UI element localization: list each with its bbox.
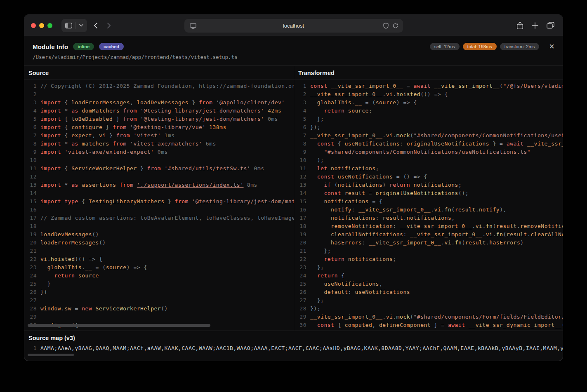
line-number: 1: [297, 82, 306, 90]
code-line: 17// Zammad custom assertions: toBeAvata…: [27, 214, 294, 222]
code-line: 14 const result = originalUseNotificatio…: [297, 189, 563, 197]
sourcemap-scrollbar[interactable]: [28, 354, 74, 356]
line-number: 19: [297, 230, 306, 239]
chevron-down-icon[interactable]: [79, 24, 83, 27]
code-line: 2__vite_ssr_import_0__.vi.hoisted(() => …: [297, 90, 563, 99]
sourcemap-line-number: 1: [27, 344, 37, 352]
code-line: 5import { toBeDisabled } from '@testing-…: [27, 115, 294, 123]
line-number: 12: [297, 173, 306, 181]
line-number: 4: [27, 107, 37, 115]
sourcemap-section: Source map (v3) 1 AAMA;AAeA,yBAAG,QAAQ,M…: [24, 331, 563, 358]
zoom-window-button[interactable]: [47, 23, 52, 28]
sourcemap-title: Source map (v3): [28, 335, 563, 344]
code-line: 27 };: [297, 296, 563, 305]
line-number: 2: [297, 90, 306, 99]
new-tab-icon[interactable]: [532, 22, 538, 29]
transform-time-badge: transform: 2ms: [500, 43, 539, 50]
line-number: 28: [297, 305, 306, 313]
line-number: 5: [297, 115, 306, 123]
code-line: 17 notifications: result.notifications,: [297, 214, 563, 222]
code-line: 26 default: useNotifications: [297, 288, 563, 296]
back-button[interactable]: [94, 22, 98, 29]
line-number: 18: [297, 222, 306, 230]
line-number: 21: [27, 247, 37, 255]
code-line: 1// Copyright (C) 2012-2025 Zammad Found…: [27, 82, 294, 90]
code-line: 18: [27, 222, 294, 230]
line-number: 2: [27, 90, 37, 99]
close-icon[interactable]: ×: [549, 43, 554, 50]
line-number: 22: [27, 255, 37, 263]
code-line: 20loadErrorMessages(): [27, 239, 294, 247]
line-number: 13: [27, 181, 37, 189]
sidebar-control[interactable]: [61, 19, 87, 32]
line-number: 7: [297, 131, 306, 140]
code-line: 1const __vite_ssr_import_0__ = await __v…: [297, 82, 563, 90]
code-line: 23 };: [297, 263, 563, 272]
line-number: 11: [297, 164, 306, 173]
code-line: 26}): [27, 288, 294, 296]
line-number: 27: [27, 296, 37, 305]
line-number: 23: [27, 263, 37, 272]
module-info-header: Module Info inline cached self: 12ms tot…: [24, 36, 563, 66]
sidebar-icon[interactable]: [65, 23, 72, 28]
total-time-badge: total: 193ms: [463, 43, 497, 50]
line-number: 19: [27, 230, 37, 239]
tab-overview-icon[interactable]: [547, 22, 554, 29]
segment-divider: [75, 22, 76, 29]
forward-button[interactable]: [107, 22, 111, 29]
line-number: 16: [297, 206, 306, 214]
line-number: 20: [297, 239, 306, 247]
sourcemap-mappings: AAMA;AAeA,yBAAG,QAAQ,MAAM;AACf,aAAW,KAAK…: [40, 344, 563, 352]
share-icon[interactable]: [516, 21, 523, 30]
line-number: 25: [27, 280, 37, 288]
traffic-lights: [31, 23, 52, 28]
navigation-buttons: [94, 22, 111, 29]
self-time-badge: self: 12ms: [430, 43, 460, 50]
code-line: 3import { loadErrorMessages, loadDevMess…: [27, 99, 294, 107]
line-number: 29: [297, 313, 306, 321]
reload-icon[interactable]: [392, 23, 398, 29]
line-number: 17: [27, 214, 37, 222]
code-line: 28window.sw = new ServiceWorkerHelper(): [27, 305, 294, 313]
code-panels: Source 1// Copyright (C) 2012-2025 Zamma…: [24, 66, 563, 331]
line-number: 23: [297, 263, 306, 272]
code-line: 4import * as domMatchers from '@testing-…: [27, 107, 294, 115]
browser-window: localhost: [24, 15, 563, 361]
line-number: 25: [297, 280, 306, 288]
module-path: /Users/vladimir/Projects/zammad/app/fron…: [33, 54, 554, 60]
code-line: 3 globalThis.__ = (source) => {: [297, 99, 563, 107]
close-window-button[interactable]: [31, 23, 36, 28]
code-line: 25 useNotifications,: [297, 280, 563, 288]
code-line: 8 const { useNotifications: originalUseN…: [297, 140, 563, 148]
code-line: 8import * as matchers from 'vitest-axe/m…: [27, 140, 294, 148]
privacy-shield-icon[interactable]: [383, 23, 389, 29]
line-number: 14: [27, 189, 37, 197]
line-number: 9: [297, 148, 306, 156]
code-line: 4 return source;: [297, 107, 563, 115]
toolbar-right-icons: [516, 21, 554, 30]
source-file-link[interactable]: './support/assertions/index.ts': [137, 182, 244, 188]
inline-badge: inline: [73, 43, 94, 50]
line-number: 1: [27, 82, 37, 90]
cached-badge: cached: [99, 43, 124, 50]
code-line: 9import 'vitest-axe/extend-expect' 0ms: [27, 148, 294, 156]
code-line: 11import { ServiceWorkerHelper } from '#…: [27, 164, 294, 173]
code-line: 27: [27, 296, 294, 305]
code-line: 12 const useNotifications = () => {: [297, 173, 563, 181]
line-number: 22: [297, 255, 306, 263]
code-line: 5 };: [297, 115, 563, 123]
line-number: 13: [297, 181, 306, 189]
address-bar[interactable]: localhost: [184, 19, 403, 33]
line-number: 12: [27, 173, 37, 181]
minimize-window-button[interactable]: [39, 23, 44, 28]
code-line: 16 notify: __vite_ssr_import_0__.vi.fn(r…: [297, 206, 563, 214]
line-number: 15: [297, 197, 306, 206]
transformed-code: 1const __vite_ssr_import_0__ = await __v…: [294, 80, 563, 329]
source-panel: Source 1// Copyright (C) 2012-2025 Zamma…: [24, 66, 294, 331]
code-line: 22 return notifications;: [297, 255, 563, 263]
code-line: 20 hasErrors: __vite_ssr_import_0__.vi.f…: [297, 239, 563, 247]
line-number: 9: [27, 148, 37, 156]
page-title: Module Info: [33, 43, 68, 50]
code-line: 19 clearAllNotifications: __vite_ssr_imp…: [297, 230, 563, 239]
horizontal-scrollbar[interactable]: [28, 324, 210, 327]
